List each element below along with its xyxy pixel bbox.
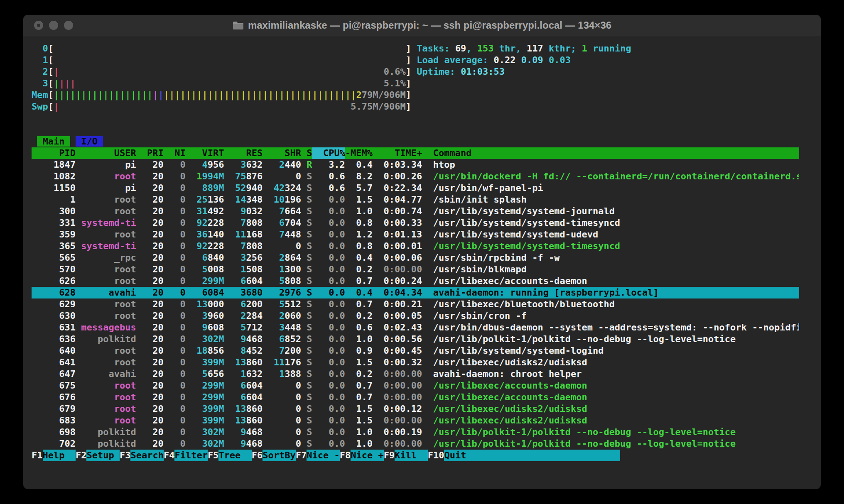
col-user: avahi <box>76 368 136 380</box>
process-row-1847[interactable]: 1847pi200495636322440R3.20.40:03.34htop <box>32 159 799 171</box>
col-pri: 20 <box>136 438 164 450</box>
col-virt: 399M <box>186 415 224 426</box>
col-pri: 20 <box>136 310 164 322</box>
col-mem: 0.6 <box>345 322 373 333</box>
fkey-label-nice-[interactable]: Nice + <box>351 450 383 461</box>
col-time: 0:00.12 <box>373 403 422 415</box>
summary-segment: kthr; <box>543 43 582 54</box>
process-row-365[interactable]: 365systemd-ti2009222878080S0.00.80:00.01… <box>32 240 799 252</box>
tab-main[interactable]: Main <box>37 136 70 147</box>
process-row-1150[interactable]: 1150pi200889M5294042324S0.65.70:22.34/us… <box>32 182 799 194</box>
column-header-ni[interactable]: NI <box>164 147 186 159</box>
fkey-label-setup[interactable]: Setup <box>86 450 119 461</box>
column-header-mem[interactable]: -MEM% <box>345 147 373 159</box>
col-time: 0:04.77 <box>373 194 422 206</box>
close-button[interactable] <box>34 21 43 30</box>
column-header-virt[interactable]: VIRT <box>186 147 224 159</box>
fkey-f8[interactable]: F8 <box>340 450 351 461</box>
fkey-f1[interactable]: F1 <box>32 450 43 461</box>
col-command: /usr/bin/dbus-daemon --system --address=… <box>422 322 799 333</box>
col-time: 0:00.26 <box>373 171 422 182</box>
col-mem: 0.2 <box>345 310 373 322</box>
col-pid: 629 <box>32 298 76 310</box>
process-row-676[interactable]: 676root200299M66040S0.00.70:00.00/usr/li… <box>32 391 799 403</box>
fkey-f5[interactable]: F5 <box>208 450 219 461</box>
meter-close-bracket: ] <box>406 66 411 77</box>
process-row-647[interactable]: 647avahi200565616321388S0.00.20:00.00ava… <box>32 368 799 380</box>
col-shr: 2440 <box>263 159 301 171</box>
col-res: 6200 <box>224 298 263 310</box>
fkey-label-tree[interactable]: Tree <box>218 450 251 461</box>
process-row-1[interactable]: 1root200251361434810196S0.01.50:04.77/sb… <box>32 194 799 206</box>
process-row-641[interactable]: 641root200399M1386011176S0.01.50:00.32/u… <box>32 357 799 368</box>
fkey-label-quit[interactable]: Quit <box>444 450 477 461</box>
col-state: S <box>301 171 312 182</box>
process-row-675[interactable]: 675root200299M66040S0.00.70:00.00/usr/li… <box>32 380 799 391</box>
process-row-702[interactable]: 702polkitd200302M94680S0.01.00:00.00/usr… <box>32 438 799 450</box>
col-cpu: 0.0 <box>312 345 345 357</box>
col-ni: 0 <box>164 229 186 240</box>
fkey-f9[interactable]: F9 <box>384 450 395 461</box>
column-header-cpu[interactable]: CPU% <box>312 147 345 159</box>
process-row-628[interactable]: 628avahi200608436802976S0.00.40:04.34ava… <box>32 287 799 298</box>
process-row-640[interactable]: 640root2001885684527200S0.00.90:00.45/us… <box>32 345 799 357</box>
process-row-698[interactable]: 698polkitd200302M94680S0.01.00:00.19/usr… <box>32 426 799 438</box>
column-header-res[interactable]: RES <box>224 147 263 159</box>
process-row-630[interactable]: 630root200396022842060S0.00.20:00.05/usr… <box>32 310 799 322</box>
process-row-565[interactable]: 565_rpc200684032562864S0.00.40:00.06/usr… <box>32 252 799 264</box>
col-pri: 20 <box>136 415 164 426</box>
fkey-label-search[interactable]: Search <box>130 450 163 461</box>
process-row-679[interactable]: 679root200399M138600S0.01.50:00.12/usr/l… <box>32 403 799 415</box>
fkey-label-help[interactable]: Help <box>43 450 76 461</box>
process-row-570[interactable]: 570root200500815081300S0.00.20:00.00/usr… <box>32 264 799 275</box>
process-row-359[interactable]: 359root20036140111687448S0.01.20:01.13/u… <box>32 229 799 240</box>
process-table: 1847pi200495636322440R3.20.40:03.34htop1… <box>32 159 799 450</box>
fkey-label-nice-[interactable]: Nice - <box>307 450 339 461</box>
fkey-f2[interactable]: F2 <box>76 450 87 461</box>
col-command: /usr/sbin/cron -f <box>422 310 799 322</box>
fkey-label-sortby[interactable]: SortBy <box>263 450 295 461</box>
tab-i-o[interactable]: I/O <box>76 136 103 147</box>
col-cpu: 0.6 <box>312 182 345 194</box>
fkey-f7[interactable]: F7 <box>296 450 307 461</box>
meter-open-bracket: [ <box>48 78 54 88</box>
summary-segment: Load average: <box>417 55 493 65</box>
col-cpu: 0.0 <box>312 391 345 403</box>
col-state: S <box>301 217 312 229</box>
window-titlebar[interactable]: maximiliankaske — pi@raspberrypi: ~ — ss… <box>23 15 821 36</box>
meter-bar-segment: ||| <box>59 78 76 88</box>
column-header-user[interactable]: USER <box>76 147 136 159</box>
process-row-331[interactable]: 331systemd-ti2009222878086704S0.00.80:00… <box>32 217 799 229</box>
fkey-label-kill[interactable]: Kill <box>395 450 427 461</box>
column-header-pri[interactable]: PRI <box>136 147 164 159</box>
column-header-time[interactable]: TIME+ <box>373 147 422 159</box>
fkey-f10[interactable]: F10 <box>428 450 444 461</box>
column-header-s[interactable]: S <box>301 147 312 159</box>
process-row-629[interactable]: 629root2001300062005512S0.00.70:00.21/us… <box>32 298 799 310</box>
minimize-button[interactable] <box>49 21 58 30</box>
process-row-683[interactable]: 683root200399M138600S0.01.50:00.00/usr/l… <box>32 415 799 426</box>
process-row-636[interactable]: 636polkitd200302M94686852S0.01.00:00.56/… <box>32 333 799 345</box>
process-row-1082[interactable]: 1082root2001994M758760S0.68.20:00.26/usr… <box>32 171 799 182</box>
column-header-shr[interactable]: SHR <box>263 147 301 159</box>
column-header-pid[interactable]: PID <box>32 147 76 159</box>
col-pri: 20 <box>136 380 164 391</box>
col-user: root <box>76 380 136 391</box>
fkey-label-filter[interactable]: Filter <box>174 450 207 461</box>
fkey-f6[interactable]: F6 <box>252 450 263 461</box>
fkey-f4[interactable]: F4 <box>164 450 175 461</box>
process-row-631[interactable]: 631messagebus200960857123448S0.00.60:02.… <box>32 322 799 333</box>
process-row-300[interactable]: 300root2003149290327664S0.01.00:00.74/us… <box>32 206 799 217</box>
cpu-meter-1: 1[0.0%] Load average: 0.22 0.09 0.03 <box>32 54 799 66</box>
fkey-f3[interactable]: F3 <box>120 450 131 461</box>
col-user: root <box>76 171 136 182</box>
zoom-button[interactable] <box>64 21 73 30</box>
process-row-626[interactable]: 626root200299M66045808S0.00.70:00.24/usr… <box>32 275 799 287</box>
col-user: root <box>76 415 136 426</box>
meter-bar-segment: ||||||||||||||||||||||||||||||||||| <box>164 90 356 100</box>
column-header-command[interactable]: Command <box>422 147 799 159</box>
col-command: /usr/libexec/udisks2/udisksd <box>422 403 799 415</box>
col-pri: 20 <box>136 182 164 194</box>
col-ni: 0 <box>164 345 186 357</box>
col-pri: 20 <box>136 298 164 310</box>
